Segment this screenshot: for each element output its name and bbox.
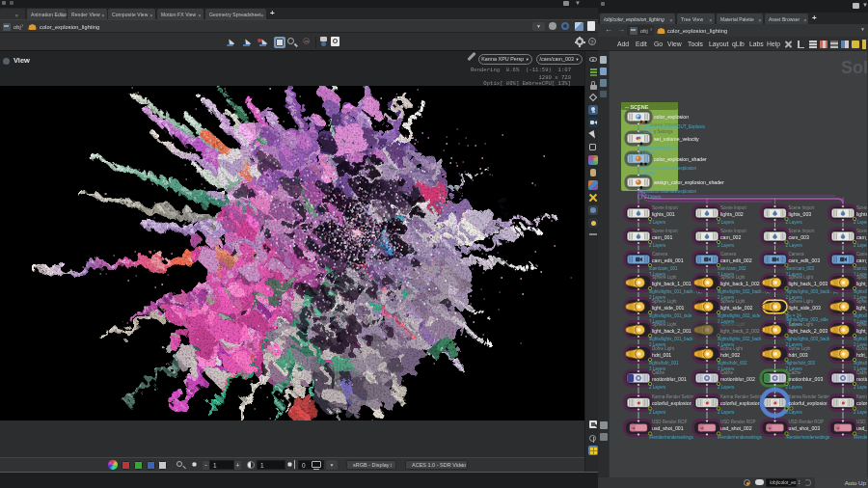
svg-text:USD Render ROP: USD Render ROP [789, 420, 825, 424]
svg-text:Dome Light: Dome Light [652, 346, 675, 351]
svg-text:USD Render ROP: USD Render ROP [652, 420, 688, 424]
svg-text:/lights/hdri_001: /lights/hdri_001 [649, 361, 679, 366]
svg-text:/lights/lights_004_back.. (2): /lights/lights_004_back.. (2) [854, 289, 868, 294]
svg-text:/cam/cam_002: /cam/cam_002 [718, 266, 746, 271]
svg-text:2 Layers: 2 Layers [638, 171, 656, 176]
svg-text:light_side_002: light_side_002 [720, 305, 753, 311]
svg-text:Cache: Cache [652, 370, 665, 375]
svg-text:light_side_003: light_side_003 [789, 305, 822, 311]
svg-text:Camera: Camera [652, 252, 668, 257]
svg-text:cam_edit_003: cam_edit_003 [789, 258, 821, 263]
svg-text:hdri_003: hdri_003 [789, 352, 808, 358]
svg-text:2 Layers: 2 Layers [649, 220, 666, 225]
svg-text:/Render/rendersettings: /Render/rendersettings [786, 435, 831, 440]
svg-text:Sphere Light: Sphere Light [789, 275, 814, 280]
svg-text:Sol: Sol [841, 58, 868, 77]
svg-text:colorful_explosion_0: colorful_explosion_0 [652, 400, 697, 406]
svg-text:─ SCENE: ─ SCENE [624, 104, 649, 110]
svg-text:usd_shot_002: usd_shot_002 [720, 425, 752, 431]
svg-text:2 Layers: 2 Layers [644, 195, 662, 200]
svg-text:motionblur_001: motionblur_001 [652, 376, 687, 382]
svg-text:2 Layers: 2 Layers [718, 220, 735, 225]
svg-text:2 Layers: 2 Layers [786, 385, 803, 390]
svg-text:2 Layers: 2 Layers [854, 410, 868, 415]
svg-text:2 Layers: 2 Layers [649, 243, 666, 248]
svg-text:Scene Import: Scene Import [652, 229, 679, 233]
svg-text:Camera: Camera [720, 252, 737, 257]
svg-text:/lights/lights_002_back: /lights/lights_002_back [718, 337, 762, 341]
svg-text:light_back_1_001: light_back_1_001 [652, 281, 692, 286]
svg-text:/explosion/volume_0: /explosion/volume_0 [638, 146, 679, 150]
svg-text:/lights/lights_001_side: /lights/lights_001_side [649, 313, 692, 318]
svg-text:/lights/lights_004_side: /lights/lights_004_side [854, 313, 868, 318]
svg-text:cam_001: cam_001 [652, 234, 672, 240]
svg-text:light_back_2_001: light_back_2_001 [652, 328, 692, 334]
svg-text:/Render/rendersettings: /Render/rendersettings [718, 435, 763, 440]
svg-text:Camera: Camera [789, 252, 805, 257]
svg-text:motionblur_003: motionblur_003 [789, 376, 824, 382]
svg-text:light_back_1_002: light_back_1_002 [720, 281, 760, 286]
svg-text:Cache: Cache [789, 370, 802, 375]
svg-text:color_explosion_shader: color_explosion_shader [654, 156, 707, 162]
svg-text:Karma Render Settings: Karma Render Settings [789, 394, 835, 399]
svg-text:Sphere Light: Sphere Light [789, 322, 814, 327]
svg-text:Sphere Light: Sphere Light [720, 322, 746, 327]
svg-text:cam_003: cam_003 [789, 234, 809, 240]
svg-text:light_side_001: light_side_001 [652, 305, 685, 311]
svg-text:Scene Import: Scene Import [652, 205, 679, 210]
svg-text:2 Layers: 2 Layers [854, 385, 868, 390]
svg-text:Sphere Light: Sphere Light [789, 299, 814, 304]
svg-text:usd_shot_003: usd_shot_003 [789, 425, 821, 431]
svg-text:2 Layers: 2 Layers [718, 410, 735, 415]
svg-text:/lights/lights_001_back.. (2): /lights/lights_001_back.. (2) [649, 289, 702, 294]
svg-text:cam_edit_002: cam_edit_002 [720, 258, 752, 263]
svg-text:Sphere Light: Sphere Light [720, 299, 746, 304]
svg-text:Scene Import: Scene Import [789, 205, 816, 210]
svg-text:../../color_explosion/OUT_Expl: ../../color_explosion/OUT_Explosio [638, 124, 706, 129]
svg-text:/explosion/materials/explosion: /explosion/materials/explosion [638, 189, 697, 194]
svg-text:hdri_001: hdri_001 [652, 352, 671, 358]
svg-text:2 Layers: 2 Layers [649, 385, 666, 390]
svg-text:Sphere Light: Sphere Light [652, 299, 677, 304]
svg-text:motionblur_002: motionblur_002 [720, 376, 755, 382]
svg-text:/cam/cam_001: /cam/cam_001 [649, 266, 678, 271]
svg-text:2 Layers: 2 Layers [854, 243, 868, 248]
svg-text:USD Render ROP: USD Render ROP [720, 420, 756, 424]
svg-text:/cam/cam_004: /cam/cam_004 [854, 266, 868, 271]
svg-text:cam_002: cam_002 [720, 234, 741, 240]
svg-text:set_volume_velocity: set_volume_velocity [654, 136, 699, 142]
svg-text:Scene Import: Scene Import [789, 229, 816, 233]
svg-text:2 Layers: 2 Layers [638, 150, 656, 155]
svg-text:n_Color: n_Color [638, 129, 654, 134]
svg-text:Sphere Light: Sphere Light [652, 275, 677, 280]
svg-text:/lights/lights_004_back: /lights/lights_004_back [854, 337, 868, 341]
svg-text:3 Layers: 3 Layers [786, 410, 803, 415]
svg-text:/lights/lights_001_back: /lights/lights_001_back [649, 337, 693, 341]
svg-text:2 Layers: 2 Layers [854, 220, 868, 225]
svg-text:Dome Light: Dome Light [789, 346, 812, 351]
svg-text:2 Layers: 2 Layers [649, 410, 666, 415]
svg-text:color_explosion: color_explosion [654, 114, 689, 120]
svg-text:light_back_1_003: light_back_1_003 [789, 281, 828, 286]
svg-text:2 Layers: 2 Layers [718, 385, 735, 390]
svg-text:usd_shot_001: usd_shot_001 [652, 425, 684, 431]
svg-text:y Settings: y Settings [654, 129, 674, 134]
svg-text:/lights/lights_003_back: /lights/lights_003_back [786, 337, 830, 341]
svg-text:Sphere Light: Sphere Light [652, 322, 677, 327]
svg-text:2 Layers: 2 Layers [786, 243, 803, 248]
svg-text:Sphere Light: Sphere Light [720, 275, 746, 280]
svg-text:/lights/hdri_004: /lights/hdri_004 [854, 361, 868, 366]
svg-text:colorful_explosion_0: colorful_explosion_0 [789, 400, 834, 406]
svg-text:lights_003: lights_003 [789, 211, 812, 217]
svg-text:lights_001: lights_001 [652, 211, 675, 217]
svg-text:/cam/cam_003: /cam/cam_003 [786, 266, 815, 271]
svg-text:Dome Light: Dome Light [720, 346, 744, 351]
svg-text:Karma Render Settings: Karma Render Settings [720, 394, 767, 399]
svg-text:/lights/hdri_003: /lights/hdri_003 [786, 361, 816, 366]
svg-text:/Render/rendersettings: /Render/rendersettings [649, 435, 694, 440]
svg-text:/lights/lights_002_side: /lights/lights_002_side [718, 313, 761, 318]
svg-text:2 Layers: 2 Layers [786, 220, 803, 225]
svg-text:/lights/hdri_002: /lights/hdri_002 [718, 361, 747, 366]
svg-text:Scene Import: Scene Import [720, 205, 747, 210]
svg-text:Scene Import: Scene Import [720, 229, 747, 233]
